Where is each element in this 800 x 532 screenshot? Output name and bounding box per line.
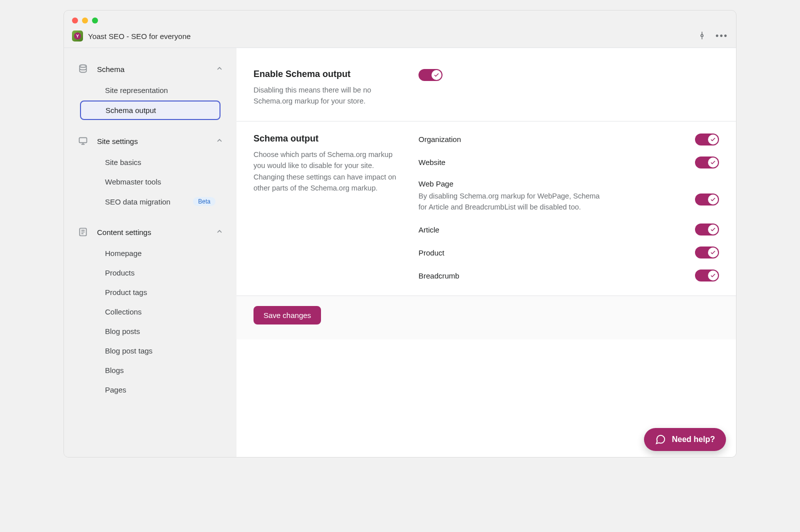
app-header: Y Yoast SEO - SEO for everyone ••• (64, 26, 736, 48)
app-title: Yoast SEO - SEO for everyone (88, 32, 698, 40)
footer: Save changes (236, 296, 736, 340)
nav-header-schema[interactable]: Schema (72, 60, 228, 78)
sidebar-item-blog-posts[interactable]: Blog posts (80, 322, 220, 340)
nav-group-content-settings: Content settings Homepage Products Produ… (72, 223, 228, 399)
check-icon (708, 158, 718, 168)
sidebar-item-seo-data-migration[interactable]: SEO data migration Beta (80, 192, 220, 211)
check-icon (708, 248, 718, 258)
save-button[interactable]: Save changes (254, 306, 321, 324)
chevron-up-icon (216, 136, 224, 146)
check-icon (708, 224, 718, 234)
breadcrumb-toggle[interactable] (695, 270, 719, 282)
maximize-window-button[interactable] (92, 18, 98, 24)
app-window: Y Yoast SEO - SEO for everyone ••• (64, 10, 736, 458)
sidebar-item-label: Site basics (105, 158, 142, 166)
chevron-up-icon (216, 64, 224, 74)
enable-schema-section: Enable Schema output Disabling this mean… (236, 57, 736, 121)
toggle-label: Website (418, 158, 680, 166)
sidebar: Schema Site representation Schema output (64, 48, 236, 457)
beta-badge: Beta (193, 197, 216, 206)
svg-point-0 (80, 65, 86, 68)
toggle-row-article: Article (418, 224, 719, 236)
toggle-label: Product (418, 248, 680, 257)
nav-header-label: Content settings (97, 228, 208, 236)
toggle-sublabel: By disabling Schema.org markup for WebPa… (418, 191, 608, 213)
close-window-button[interactable] (72, 18, 78, 24)
toggle-row-website: Website (418, 156, 719, 168)
sidebar-item-product-tags[interactable]: Product tags (80, 283, 220, 302)
sidebar-item-label: Webmaster tools (105, 178, 161, 186)
sidebar-item-pages[interactable]: Pages (80, 380, 220, 399)
toggle-row-organization: Organization (418, 134, 719, 146)
sidebar-item-products[interactable]: Products (80, 264, 220, 282)
nav-header-content-settings[interactable]: Content settings (72, 223, 228, 241)
sidebar-item-homepage[interactable]: Homepage (80, 244, 220, 262)
help-label: Need help? (672, 435, 715, 444)
sidebar-item-label: Blog posts (105, 327, 140, 336)
chat-icon (655, 434, 666, 445)
document-icon (77, 227, 89, 237)
toggle-row-breadcrumb: Breadcrumb (418, 270, 719, 282)
traffic-lights (64, 10, 736, 26)
svg-rect-1 (80, 138, 87, 142)
yoast-app-icon: Y (72, 30, 83, 42)
nav-group-schema: Schema Site representation Schema output (72, 60, 228, 120)
sidebar-item-label: Pages (105, 386, 126, 394)
section-title: Enable Schema output (254, 69, 398, 80)
need-help-button[interactable]: Need help? (644, 428, 726, 451)
enable-schema-toggle[interactable] (418, 69, 442, 81)
nav-header-label: Schema (97, 65, 208, 74)
website-toggle[interactable] (695, 156, 719, 168)
product-toggle[interactable] (695, 246, 719, 258)
chevron-up-icon (216, 228, 224, 237)
check-icon (432, 70, 442, 80)
toggle-label: Breadcrumb (418, 272, 680, 280)
check-icon (708, 134, 718, 144)
database-icon (77, 64, 89, 74)
sidebar-item-blogs[interactable]: Blogs (80, 361, 220, 380)
sidebar-item-label: Blog post tags (105, 346, 152, 355)
nav-group-site-settings: Site settings Site basics Webmaster tool… (72, 132, 228, 211)
monitor-icon (77, 136, 89, 146)
sidebar-item-webmaster-tools[interactable]: Webmaster tools (80, 172, 220, 191)
sidebar-item-blog-post-tags[interactable]: Blog post tags (80, 342, 220, 360)
check-icon (708, 270, 718, 280)
more-menu-icon[interactable]: ••• (716, 32, 728, 40)
pin-icon[interactable] (698, 31, 706, 42)
organization-toggle[interactable] (695, 134, 719, 146)
webpage-toggle[interactable] (695, 194, 719, 206)
sidebar-item-label: Products (105, 268, 134, 277)
minimize-window-button[interactable] (82, 18, 88, 24)
schema-output-section: Schema output Choose which parts of Sche… (236, 121, 736, 296)
sidebar-item-site-basics[interactable]: Site basics (80, 153, 220, 172)
toggle-row-product: Product (418, 246, 719, 258)
main-content: Enable Schema output Disabling this mean… (236, 48, 736, 457)
sidebar-item-label: Collections (105, 308, 142, 316)
toggle-label: Web Page (418, 180, 680, 188)
section-desc: Disabling this means there will be no Sc… (254, 84, 398, 107)
sidebar-item-site-representation[interactable]: Site representation (80, 81, 220, 100)
sidebar-item-collections[interactable]: Collections (80, 302, 220, 321)
article-toggle[interactable] (695, 224, 719, 236)
section-desc: Choose which parts of Schema.org markup … (254, 149, 398, 194)
sidebar-item-label: Homepage (105, 249, 142, 258)
sidebar-item-label: Product tags (105, 288, 147, 296)
sidebar-item-schema-output[interactable]: Schema output (80, 100, 220, 120)
nav-header-site-settings[interactable]: Site settings (72, 132, 228, 150)
toggle-label: Organization (418, 135, 680, 144)
sidebar-item-label: Schema output (106, 106, 156, 114)
sidebar-item-label: Site representation (105, 86, 168, 94)
section-title: Schema output (254, 134, 398, 144)
sidebar-item-label: Blogs (105, 366, 124, 374)
sidebar-item-label: SEO data migration (105, 198, 170, 206)
toggle-label: Article (418, 226, 680, 234)
nav-header-label: Site settings (97, 137, 208, 146)
check-icon (708, 194, 718, 204)
toggle-row-webpage: Web Page By disabling Schema.org markup … (418, 180, 719, 213)
